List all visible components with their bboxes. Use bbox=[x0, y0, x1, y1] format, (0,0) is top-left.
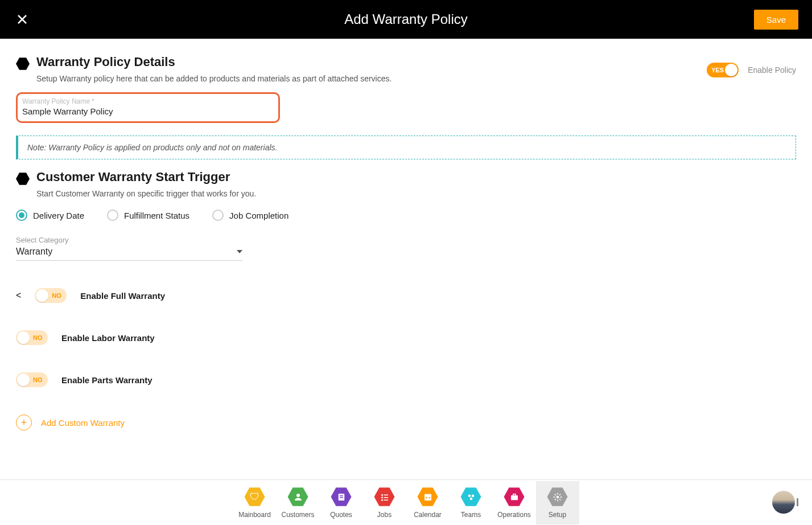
nav-label: Jobs bbox=[377, 511, 391, 519]
toggle-knob bbox=[36, 289, 48, 302]
shield-icon: 🛡 bbox=[245, 487, 265, 507]
toggle-no-text: NO bbox=[33, 376, 43, 383]
list-icon bbox=[374, 487, 395, 507]
add-custom-label: Add Custom Warranty bbox=[41, 418, 125, 428]
labor-warranty-toggle[interactable]: NO bbox=[16, 330, 48, 345]
policy-name-input[interactable] bbox=[22, 106, 274, 116]
close-icon bbox=[17, 14, 28, 25]
svg-rect-18 bbox=[513, 494, 516, 495]
section-details-row: Warranty Policy Details Setup Warranty p… bbox=[16, 55, 796, 85]
svg-rect-2 bbox=[340, 495, 343, 497]
svg-point-6 bbox=[381, 497, 383, 498]
category-select-label: Select Category bbox=[16, 236, 242, 244]
person-icon bbox=[288, 487, 308, 507]
hexagon-icon bbox=[16, 172, 30, 186]
svg-point-14 bbox=[468, 494, 471, 497]
nav-quotes[interactable]: Quotes bbox=[320, 481, 363, 524]
parts-warranty-toggle[interactable]: NO bbox=[16, 372, 48, 387]
full-warranty-row: < NO Enable Full Warranty bbox=[16, 288, 796, 303]
section-trigger-title: Customer Warranty Start Trigger bbox=[36, 170, 796, 184]
save-button[interactable]: Save bbox=[754, 10, 798, 30]
radio-indicator bbox=[107, 210, 118, 221]
radio-indicator bbox=[212, 210, 224, 221]
svg-point-0 bbox=[296, 494, 300, 497]
svg-point-4 bbox=[381, 494, 383, 495]
nav-label: Customers bbox=[281, 511, 314, 519]
radio-indicator bbox=[16, 210, 27, 221]
section-details-header: Warranty Policy Details Setup Warranty p… bbox=[16, 55, 391, 83]
svg-rect-13 bbox=[428, 497, 430, 498]
parts-warranty-row: NO Enable Parts Warranty bbox=[16, 372, 796, 387]
svg-rect-3 bbox=[340, 497, 343, 498]
nav-setup[interactable]: Setup bbox=[536, 481, 579, 524]
nav-label: Setup bbox=[549, 511, 566, 519]
trigger-radio-group: Delivery Date Fulfillment Status Job Com… bbox=[16, 210, 796, 221]
svg-rect-5 bbox=[384, 494, 388, 495]
nav-label: Calendar bbox=[414, 511, 442, 519]
category-select-wrap: Select Category Warranty bbox=[16, 236, 242, 261]
toggle-no-text: NO bbox=[33, 334, 43, 341]
section-title-wrap: Warranty Policy Details Setup Warranty p… bbox=[36, 55, 391, 83]
svg-rect-11 bbox=[424, 494, 431, 495]
caret-down-icon bbox=[237, 250, 242, 253]
nav-customers[interactable]: Customers bbox=[277, 481, 320, 524]
user-avatar[interactable] bbox=[772, 491, 795, 514]
nav-jobs[interactable]: Jobs bbox=[363, 481, 406, 524]
radio-label: Delivery Date bbox=[33, 211, 84, 220]
enable-policy-toggle[interactable]: YES bbox=[707, 63, 739, 77]
parts-warranty-label: Enable Parts Warranty bbox=[61, 375, 152, 385]
section-details-subtitle: Setup Warranty policy here that can be a… bbox=[36, 74, 391, 83]
modal-header: Add Warranty Policy Save bbox=[0, 0, 812, 39]
nav-label: Teams bbox=[461, 511, 481, 519]
section-trigger-header: Customer Warranty Start Trigger Start Cu… bbox=[16, 170, 796, 198]
modal-content: Warranty Policy Details Setup Warranty p… bbox=[0, 39, 812, 430]
svg-rect-9 bbox=[384, 499, 388, 501]
category-select[interactable]: Warranty bbox=[16, 244, 242, 261]
labor-warranty-label: Enable Labor Warranty bbox=[61, 333, 155, 343]
radio-delivery-date[interactable]: Delivery Date bbox=[16, 210, 84, 221]
toggle-knob bbox=[17, 374, 30, 386]
document-icon bbox=[331, 487, 352, 507]
svg-point-16 bbox=[469, 497, 472, 500]
category-select-value: Warranty bbox=[16, 247, 52, 257]
hexagon-icon bbox=[16, 57, 30, 71]
nav-calendar[interactable]: Calendar bbox=[406, 481, 450, 524]
nav-teams[interactable]: Teams bbox=[450, 481, 493, 524]
full-warranty-toggle[interactable]: NO bbox=[35, 288, 67, 303]
toggle-knob bbox=[725, 64, 737, 76]
svg-rect-7 bbox=[384, 497, 388, 498]
section-title-wrap: Customer Warranty Start Trigger Start Cu… bbox=[36, 170, 796, 198]
section-trigger-subtitle: Start Customer Warranty on specific trig… bbox=[36, 189, 796, 198]
nav-label: Operations bbox=[497, 511, 531, 519]
calendar-icon bbox=[418, 487, 438, 507]
add-custom-warranty-button[interactable]: + Add Custom Warranty bbox=[16, 415, 796, 430]
nav-operations[interactable]: Operations bbox=[493, 481, 536, 524]
toggle-knob bbox=[17, 331, 30, 344]
briefcase-icon bbox=[504, 487, 525, 507]
toggle-yes-text: YES bbox=[711, 67, 724, 73]
teams-icon bbox=[461, 487, 481, 507]
policy-name-label: Warranty Policy Name * bbox=[22, 97, 274, 105]
radio-label: Job Completion bbox=[229, 211, 288, 220]
close-button[interactable] bbox=[14, 14, 31, 25]
radio-fulfillment-status[interactable]: Fulfillment Status bbox=[107, 210, 189, 221]
full-warranty-label: Enable Full Warranty bbox=[80, 291, 165, 301]
svg-point-15 bbox=[471, 494, 474, 497]
svg-rect-12 bbox=[426, 497, 427, 498]
nav-label: Mainboard bbox=[238, 511, 271, 519]
toggle-no-text: NO bbox=[52, 292, 61, 299]
labor-warranty-row: NO Enable Labor Warranty bbox=[16, 330, 796, 345]
radio-job-completion[interactable]: Job Completion bbox=[212, 210, 288, 221]
note-box: Note: Warranty Policy is applied on prod… bbox=[16, 136, 796, 159]
nav-label: Quotes bbox=[330, 511, 352, 519]
enable-policy-group: YES Enable Policy bbox=[707, 63, 796, 77]
plus-icon: + bbox=[16, 415, 32, 430]
modal-title: Add Warranty Policy bbox=[344, 11, 468, 27]
enable-policy-label: Enable Policy bbox=[748, 65, 796, 75]
policy-name-field[interactable]: Warranty Policy Name * bbox=[16, 92, 280, 123]
nav-mainboard[interactable]: 🛡 Mainboard bbox=[233, 481, 277, 524]
radio-label: Fulfillment Status bbox=[124, 211, 189, 220]
section-details-title: Warranty Policy Details bbox=[36, 55, 391, 69]
svg-point-8 bbox=[381, 499, 383, 501]
svg-point-19 bbox=[556, 495, 559, 498]
